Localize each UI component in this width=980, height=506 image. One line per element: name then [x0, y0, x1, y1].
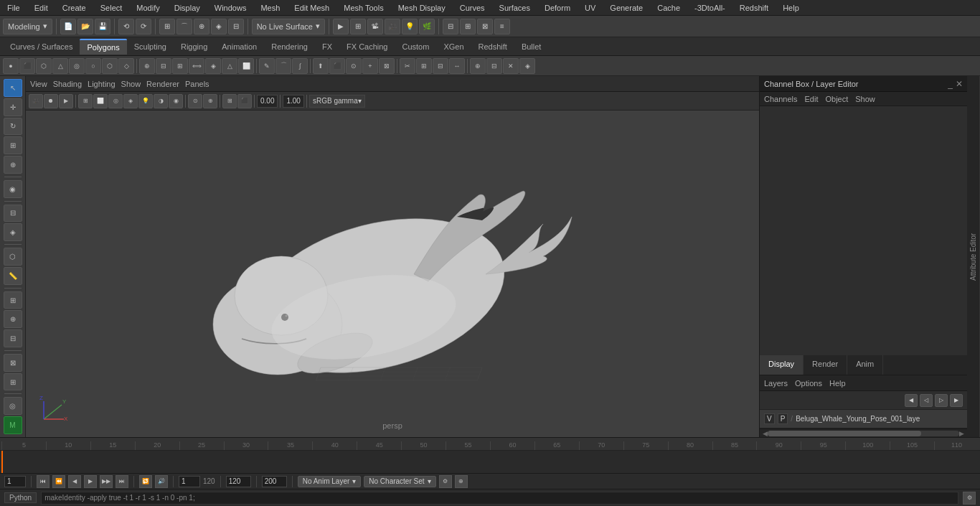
xgen-btn[interactable]: 🌿 [419, 19, 435, 34]
timeline-bar[interactable] [0, 451, 980, 473]
menu-curves[interactable]: Curves [457, 2, 488, 14]
snap-curve-btn[interactable]: ⌒ [176, 19, 192, 34]
vp-record-btn[interactable]: ⏺ [44, 94, 58, 108]
menu-display[interactable]: Display [171, 2, 203, 14]
soft-select-btn[interactable]: ◉ [4, 180, 22, 198]
tab-curves-surfaces[interactable]: Curves / Surfaces [3, 39, 80, 54]
tab-sculpting[interactable]: Sculpting [127, 39, 174, 54]
shelf-sphere[interactable]: ● [3, 58, 19, 74]
maya-logo-btn[interactable]: M [4, 416, 22, 434]
select-tool-btn[interactable]: ↖ [4, 79, 22, 97]
vp-textured-btn[interactable]: ◈ [123, 94, 138, 108]
playback-speed-input[interactable] [262, 476, 287, 487]
shelf-combine[interactable]: ⊕ [139, 58, 155, 74]
render-proxy-btn[interactable]: ⊕ [4, 310, 22, 328]
move-tool-btn[interactable]: ✛ [4, 98, 22, 116]
shelf-delete-edge[interactable]: ✕ [503, 58, 519, 74]
pb-play-btn[interactable]: ▶ [84, 475, 97, 488]
python-label[interactable]: Python [4, 492, 37, 503]
menu-mesh-tools[interactable]: Mesh Tools [341, 2, 386, 14]
workspace-dropdown[interactable]: Modeling ▾ [3, 19, 52, 34]
command-text[interactable]: makeIdentity -apply true -t 1 -r 1 -s 1 … [41, 492, 958, 505]
undo-btn[interactable]: ⟲ [118, 19, 134, 34]
shelf-curve-tool[interactable]: ✎ [259, 58, 275, 74]
layout-btn[interactable]: ⊞ [460, 19, 476, 34]
tab-redshift[interactable]: Redshift [471, 39, 514, 54]
channel-box-minimize-btn[interactable]: _ [948, 79, 953, 89]
menu-3dtoa[interactable]: -3DtoAll- [692, 2, 728, 14]
shelf-triangulate[interactable]: △ [222, 58, 237, 74]
pb-audio-btn[interactable]: 🔊 [155, 475, 168, 488]
shelf-cube[interactable]: ⬛ [19, 58, 35, 74]
tab-rendering[interactable]: Rendering [264, 39, 315, 54]
shelf-separate[interactable]: ⊟ [156, 58, 171, 74]
tab-anim[interactable]: Anim [847, 355, 883, 375]
vp-isolate-btn[interactable]: ⊙ [188, 94, 202, 108]
anim-layer-dropdown[interactable]: No Anim Layer ▾ [298, 476, 362, 487]
timeline-ruler[interactable]: 5 10 15 20 25 30 35 40 45 50 55 60 65 70… [0, 438, 980, 451]
vp-menu-lighting[interactable]: Lighting [88, 80, 116, 88]
tab-polygons[interactable]: Polygons [80, 39, 126, 55]
render-settings-btn[interactable]: 🎥 [385, 19, 400, 34]
vp-menu-view[interactable]: View [30, 80, 47, 88]
pb-go-end-btn[interactable]: ⏭ [116, 475, 128, 488]
vp-grid-btn[interactable]: ⊞ [78, 94, 93, 108]
tab-rigging[interactable]: Rigging [174, 39, 215, 54]
vp-wireframe-btn[interactable]: ⬜ [93, 94, 108, 108]
layout-2-btn[interactable]: ⊠ [477, 19, 493, 34]
menu-deform[interactable]: Deform [542, 2, 573, 14]
menu-mesh[interactable]: Mesh [258, 2, 283, 14]
menu-file[interactable]: File [4, 2, 23, 14]
snap-surface-btn[interactable]: ◈ [211, 19, 227, 34]
render-btn[interactable]: ▶ [333, 19, 349, 34]
scroll-right-btn[interactable]: ▶ [959, 430, 964, 437]
menu-help[interactable]: Help [780, 2, 802, 14]
shelf-fill-hole[interactable]: ⊙ [346, 58, 362, 74]
layer-icon-right-arrow[interactable]: ▷ [935, 394, 948, 407]
vp-lighting-btn[interactable]: 💡 [138, 94, 153, 108]
light-editor-btn[interactable]: 💡 [402, 19, 418, 34]
scrollbar-bottom[interactable]: ◀ ▶ [760, 428, 967, 437]
pb-next-frame-btn[interactable]: ▶▶ [100, 475, 113, 488]
menu-create[interactable]: Create [60, 2, 89, 14]
vp-menu-show[interactable]: Show [121, 80, 141, 88]
tab-bullet[interactable]: Bullet [514, 39, 549, 54]
snap-point-btn[interactable]: ⊕ [194, 19, 209, 34]
attribute-editor-tab[interactable]: Attribute Editor [967, 76, 980, 437]
hud-btn[interactable]: ⊟ [443, 19, 458, 34]
menu-mesh-display[interactable]: Mesh Display [395, 2, 448, 14]
tab-render[interactable]: Render [804, 355, 847, 375]
vp-shadow-btn[interactable]: ◑ [154, 94, 168, 108]
vp-smooth-btn[interactable]: ◎ [108, 94, 123, 108]
shelf-collapse[interactable]: ◈ [519, 58, 535, 74]
loh-layers[interactable]: Layers [764, 379, 788, 388]
character-set-dropdown[interactable]: No Character Set ▾ [364, 476, 435, 487]
shelf-split[interactable]: ⊟ [486, 58, 502, 74]
cb-menu-object[interactable]: Object [825, 95, 848, 103]
settings-btn-bottom[interactable]: ⚙ [439, 475, 452, 488]
actual-viewport[interactable]: persp Y X Z [26, 111, 759, 437]
channel-box-close-btn[interactable]: ✕ [956, 79, 963, 89]
shelf-offset[interactable]: ⊟ [433, 58, 448, 74]
save-scene-btn[interactable]: 💾 [95, 19, 110, 34]
shelf-append[interactable]: + [362, 58, 378, 74]
pb-go-start-btn[interactable]: ⏮ [37, 475, 50, 488]
paint-select-btn[interactable]: ◈ [4, 223, 22, 241]
snap-grid-btn[interactable]: ⊞ [159, 19, 175, 34]
current-frame-input-left[interactable] [4, 476, 26, 487]
shelf-ep-curve[interactable]: ⌒ [275, 58, 291, 74]
layer-p-label[interactable]: P [778, 413, 788, 424]
shelf-quadrangulate[interactable]: ⬜ [238, 58, 254, 74]
vp-playblast-btn[interactable]: ▶ [59, 94, 73, 108]
redo-btn[interactable]: ⟳ [136, 19, 151, 34]
menu-uv[interactable]: UV [582, 2, 598, 14]
shelf-cone[interactable]: △ [52, 58, 68, 74]
render-seq-btn[interactable]: 📽 [367, 19, 383, 34]
layer-icon-left-arrow-2[interactable]: ◁ [920, 394, 933, 407]
shelf-disc[interactable]: ○ [85, 58, 101, 74]
shelf-extract[interactable]: ⊠ [379, 58, 395, 74]
tab-fx-caching[interactable]: FX Caching [339, 39, 395, 54]
shelf-merge[interactable]: ⊕ [470, 58, 486, 74]
shelf-boolean[interactable]: ⊞ [172, 58, 188, 74]
open-scene-btn[interactable]: 📂 [77, 19, 93, 34]
